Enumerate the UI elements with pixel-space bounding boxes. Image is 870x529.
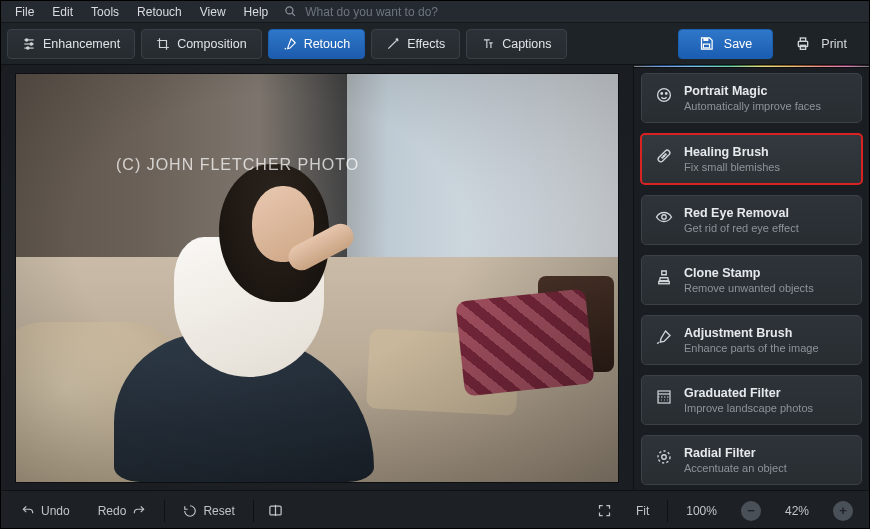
tool-title: Red Eye Removal (684, 206, 799, 220)
svg-rect-9 (703, 44, 709, 48)
sliders-icon (22, 37, 36, 51)
svg-point-7 (27, 46, 29, 48)
face-icon (654, 84, 674, 104)
svg-line-1 (292, 13, 295, 16)
tool-title: Adjustment Brush (684, 326, 819, 340)
tool-desc: Get rid of red eye effect (684, 222, 799, 234)
menu-file[interactable]: File (7, 3, 42, 21)
undo-button[interactable]: Undo (9, 498, 82, 524)
redo-label: Redo (98, 504, 127, 518)
search-icon (284, 5, 297, 18)
tool-desc: Remove unwanted objects (684, 282, 814, 294)
svg-rect-21 (659, 282, 670, 284)
crop-icon (156, 37, 170, 51)
tab-label: Retouch (304, 37, 351, 51)
undo-label: Undo (41, 504, 70, 518)
tool-desc: Fix small blemishes (684, 161, 780, 173)
tool-red-eye-removal[interactable]: Red Eye Removal Get rid of red eye effec… (641, 195, 862, 245)
redo-icon (132, 504, 146, 518)
zoom-100-label: 100% (686, 504, 717, 518)
separator (253, 500, 254, 522)
svg-point-0 (286, 7, 293, 14)
svg-point-26 (662, 455, 667, 460)
tool-title: Clone Stamp (684, 266, 814, 280)
tab-effects[interactable]: Effects (371, 29, 460, 59)
print-button[interactable]: Print (779, 29, 863, 59)
fit-label: Fit (636, 504, 649, 518)
separator (164, 500, 165, 522)
tool-title: Portrait Magic (684, 84, 821, 98)
tab-retouch[interactable]: Retouch (268, 29, 366, 59)
gradient-icon (654, 386, 674, 406)
zoom-out-button[interactable]: − (733, 498, 769, 524)
wand-icon (386, 37, 400, 51)
main-area: (C) JOHN FLETCHER PHOTO Portrait Magic A… (1, 65, 869, 490)
photo-watermark: (C) JOHN FLETCHER PHOTO (116, 156, 359, 174)
svg-rect-11 (801, 38, 806, 41)
svg-point-20 (662, 215, 667, 220)
reset-icon (183, 504, 197, 518)
eye-icon (654, 206, 674, 226)
reset-label: Reset (203, 504, 234, 518)
tool-title: Graduated Filter (684, 386, 813, 400)
search-input[interactable] (299, 5, 863, 19)
svg-point-18 (663, 155, 664, 156)
tool-healing-brush[interactable]: Healing Brush Fix small blemishes (640, 133, 863, 185)
fit-icon (597, 503, 612, 518)
canvas-area[interactable]: (C) JOHN FLETCHER PHOTO (1, 65, 633, 490)
svg-point-15 (666, 93, 668, 95)
svg-point-27 (658, 451, 670, 463)
text-icon (481, 37, 495, 51)
compare-button[interactable] (260, 498, 291, 524)
plus-icon: + (833, 501, 853, 521)
undo-icon (21, 504, 35, 518)
zoom-level-display[interactable]: 42% (773, 498, 821, 524)
right-panel: Portrait Magic Automatically improve fac… (633, 65, 869, 490)
zoom-100-button[interactable]: 100% (674, 498, 729, 524)
menu-help[interactable]: Help (236, 3, 277, 21)
tab-label: Captions (502, 37, 551, 51)
separator (667, 500, 668, 522)
tool-portrait-magic[interactable]: Portrait Magic Automatically improve fac… (641, 73, 862, 123)
zoom-level-label: 42% (785, 504, 809, 518)
save-button[interactable]: Save (678, 29, 774, 59)
tool-radial-filter[interactable]: Radial Filter Accentuate an object (641, 435, 862, 485)
tool-graduated-filter[interactable]: Graduated Filter Improve landscape photo… (641, 375, 862, 425)
radial-icon (654, 446, 674, 466)
histogram[interactable] (634, 65, 869, 68)
zoom-in-button[interactable]: + (825, 498, 861, 524)
brush-icon (654, 326, 674, 346)
tab-composition[interactable]: Composition (141, 29, 261, 59)
tab-label: Composition (177, 37, 246, 51)
tab-captions[interactable]: Captions (466, 29, 566, 59)
menu-retouch[interactable]: Retouch (129, 3, 190, 21)
tool-title: Healing Brush (684, 145, 780, 159)
toolbar: Enhancement Composition Retouch Effects … (1, 23, 869, 65)
menu-view[interactable]: View (192, 3, 234, 21)
fit-icon-button[interactable] (589, 498, 620, 524)
tab-label: Enhancement (43, 37, 120, 51)
minus-icon: − (741, 501, 761, 521)
svg-point-19 (665, 154, 666, 155)
tool-desc: Improve landscape photos (684, 402, 813, 414)
tool-desc: Automatically improve faces (684, 100, 821, 112)
tab-enhancement[interactable]: Enhancement (7, 29, 135, 59)
tool-title: Radial Filter (684, 446, 787, 460)
photo-preview[interactable]: (C) JOHN FLETCHER PHOTO (15, 73, 619, 483)
bottom-bar: Undo Redo Reset Fit 100% − 42% + (1, 490, 869, 529)
svg-rect-8 (703, 38, 708, 41)
fit-button[interactable]: Fit (624, 498, 661, 524)
compare-icon (268, 503, 283, 518)
stamp-icon (654, 266, 674, 286)
menu-edit[interactable]: Edit (44, 3, 81, 21)
tool-clone-stamp[interactable]: Clone Stamp Remove unwanted objects (641, 255, 862, 305)
reset-button[interactable]: Reset (171, 498, 246, 524)
menubar: File Edit Tools Retouch View Help (1, 1, 869, 23)
svg-point-13 (658, 89, 671, 102)
svg-point-14 (661, 93, 663, 95)
printer-icon (795, 36, 811, 52)
tool-desc: Accentuate an object (684, 462, 787, 474)
tool-adjustment-brush[interactable]: Adjustment Brush Enhance parts of the im… (641, 315, 862, 365)
menu-tools[interactable]: Tools (83, 3, 127, 21)
redo-button[interactable]: Redo (86, 498, 159, 524)
